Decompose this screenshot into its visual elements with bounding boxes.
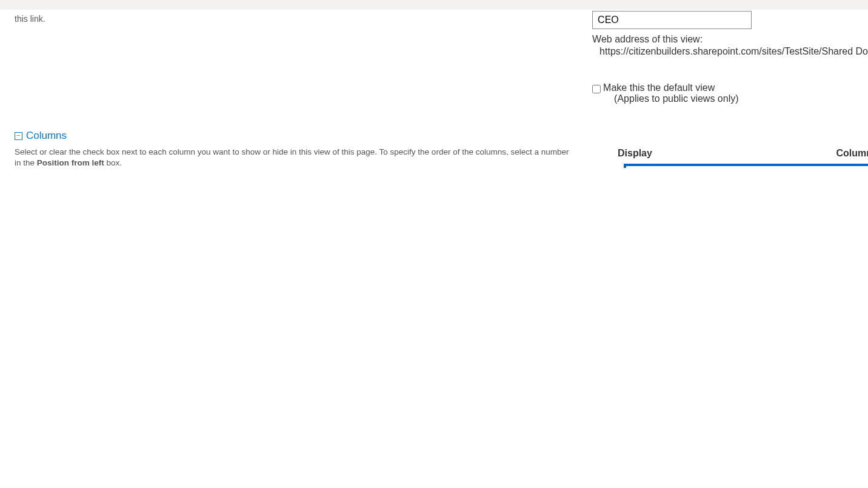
default-view-checkbox[interactable] [592,85,601,93]
view-name-input[interactable] [592,11,752,29]
name-help-text: this link. [15,11,584,25]
browser-top-spacer [0,0,868,10]
column-row: Type (icon linked to document) [626,167,868,168]
web-address-url: https://citizenbuilders.sharepoint.com/s… [599,46,868,57]
columns-header[interactable]: − Columns [15,130,868,142]
columns-help-text: Select or clear the check box next to ea… [15,147,572,168]
default-view-sublabel: (Applies to public views only) [614,93,738,104]
default-view-label: Make this the default view [603,82,738,93]
columns-table: Display Column Type (icon linked to docu… [618,148,868,168]
collapse-icon[interactable]: − [15,132,22,140]
columnname-column-header: Column [836,148,868,159]
columns-title: Columns [26,130,67,142]
name-section: this link. Web address of this view: htt… [15,11,868,104]
web-address-label: Web address of this view: [592,34,868,45]
highlighted-columns-box: Type (icon linked to document)Name (link… [624,164,868,168]
display-column-header: Display [618,148,681,159]
